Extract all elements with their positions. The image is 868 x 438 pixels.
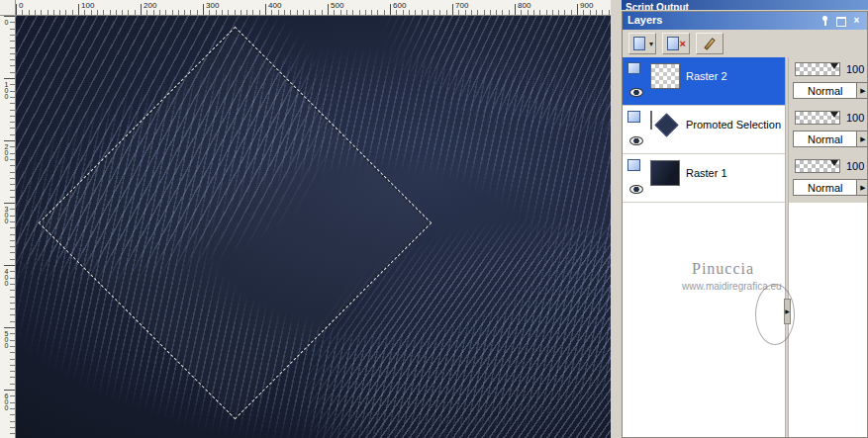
- layer-row-promoted-selection[interactable]: Promoted Selection: [623, 106, 785, 154]
- ruler-label: 800: [518, 1, 530, 10]
- dropdown-arrow-icon: ▾: [649, 40, 653, 48]
- opacity-value: 100: [846, 160, 864, 172]
- blend-mode-value: Normal: [808, 182, 842, 194]
- ruler-label: 0: [2, 19, 10, 25]
- layer-row-raster-2[interactable]: Raster 2: [623, 57, 785, 106]
- layers-list: Raster 2 Promoted Selection Raster 1 ▶ 1…: [623, 57, 867, 437]
- ruler-label: 900: [580, 1, 593, 10]
- blend-arrow-icon: ▶: [856, 131, 867, 146]
- ruler-label: 100: [2, 81, 10, 99]
- ruler-label: 200: [2, 143, 10, 161]
- palette-title: Layers: [627, 14, 662, 26]
- layer-thumbnail[interactable]: [650, 63, 680, 89]
- vertical-ruler: 0 100 200 300 400 500 600: [0, 16, 16, 438]
- layer-name: Promoted Selection: [686, 119, 781, 131]
- ruler-label: 700: [455, 1, 468, 10]
- layer-thumbnail[interactable]: [650, 160, 680, 186]
- layers-toolbar: ▾ ×: [623, 30, 867, 57]
- psp-workspace: 0 100 200 300 400 500 600 700 800 900 0 …: [0, 0, 868, 438]
- horizontal-ruler: 0 100 200 300 400 500 600 700 800 900: [16, 0, 611, 16]
- image-canvas[interactable]: [16, 16, 611, 438]
- blend-arrow-icon: ▶: [856, 83, 867, 98]
- ruler-label: 500: [331, 1, 343, 10]
- restore-icon[interactable]: [834, 15, 847, 27]
- blend-mode-value: Normal: [808, 133, 842, 145]
- blend-mode-value: Normal: [808, 85, 842, 97]
- ruler-label: 300: [2, 206, 10, 223]
- visibility-eye-icon[interactable]: [629, 185, 643, 194]
- layers-palette-titlebar[interactable]: Layers ×: [623, 12, 867, 30]
- pin-icon[interactable]: [819, 15, 831, 27]
- layer-type-icon: [627, 62, 640, 74]
- ruler-label: 500: [2, 330, 10, 348]
- layer-type-icon: [627, 159, 640, 171]
- layer-type-icon: [627, 111, 640, 123]
- layer-thumbnail[interactable]: [650, 111, 652, 130]
- visibility-eye-icon[interactable]: [629, 136, 643, 145]
- oval-grabber: [755, 284, 795, 345]
- ruler-label: 0: [19, 1, 23, 10]
- close-icon[interactable]: ×: [850, 15, 863, 27]
- watermark-text: Pinuccia: [692, 260, 754, 278]
- opacity-value: 100: [846, 63, 864, 75]
- edit-selection-button[interactable]: [696, 33, 723, 54]
- layer-name: Raster 2: [686, 70, 727, 82]
- ruler-label: 600: [2, 393, 10, 410]
- layer-row-raster-1[interactable]: Raster 1: [623, 154, 785, 203]
- delete-layer-icon: [667, 37, 679, 50]
- ruler-corner: [0, 0, 16, 16]
- blend-arrow-icon: ▶: [856, 180, 867, 195]
- opacity-value: 100: [846, 112, 864, 124]
- blend-mode-select[interactable]: Normal ▶: [793, 82, 867, 99]
- ruler-label: 400: [268, 1, 281, 10]
- new-layer-icon: [633, 37, 645, 50]
- ruler-label: 300: [206, 1, 219, 10]
- ruler-label: 100: [81, 1, 94, 10]
- opacity-slider[interactable]: [795, 62, 840, 76]
- palette-splitter[interactable]: [785, 57, 789, 437]
- pen-icon: [704, 38, 715, 50]
- visibility-eye-icon[interactable]: [629, 88, 643, 97]
- blend-mode-select[interactable]: Normal ▶: [793, 131, 867, 147]
- blend-mode-select[interactable]: Normal ▶: [793, 179, 867, 196]
- opacity-slider[interactable]: [795, 111, 840, 125]
- delete-x-icon: ×: [680, 38, 686, 49]
- ruler-major-ticks: [4, 16, 15, 438]
- new-layer-button[interactable]: ▾: [628, 33, 656, 54]
- delete-layer-button[interactable]: ×: [662, 33, 690, 54]
- background-palette-titlebar[interactable]: Script Output: [622, 0, 868, 10]
- layer-name: Raster 1: [686, 167, 727, 179]
- background-palette-title: Script Output: [626, 2, 689, 10]
- opacity-slider[interactable]: [795, 159, 840, 173]
- layers-palette: Layers × ▾ × Ras: [622, 11, 868, 438]
- ruler-label: 400: [2, 268, 10, 286]
- ruler-label: 600: [393, 1, 406, 10]
- ruler-label: 200: [144, 1, 156, 10]
